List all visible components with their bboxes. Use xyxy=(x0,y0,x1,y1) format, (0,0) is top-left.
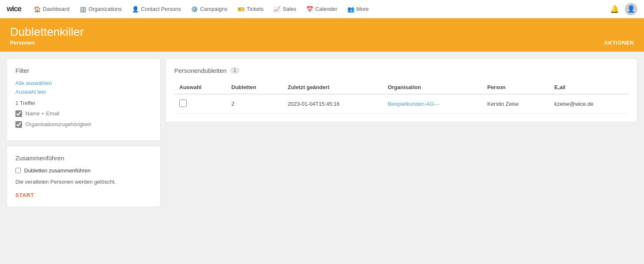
row-select-checkbox[interactable] xyxy=(179,100,187,107)
col-organisation: Organisation xyxy=(383,81,482,94)
dashboard-icon: 🏠 xyxy=(34,6,41,12)
name-email-checkbox[interactable] xyxy=(15,110,22,117)
org-membership-checkbox[interactable] xyxy=(15,121,22,128)
table-body: 2 2023-01-04T15:45:16 Beispielkunden-AG-… xyxy=(174,94,629,114)
filter-org-membership[interactable]: Organisationszugehörigkeit xyxy=(15,121,152,128)
organizations-icon: 🏢 xyxy=(79,6,87,12)
content-area: Personendubletten 1 Auswahl Dubletten Zu… xyxy=(166,58,637,122)
col-dubletten: Dubletten xyxy=(226,81,282,94)
filter-title: Filter xyxy=(15,67,152,74)
merge-info-text: Die veralteten Personen werden gelöscht. xyxy=(15,179,152,185)
section-header: Personendubletten 1 xyxy=(174,67,629,74)
nav-contact-persons-label: Contact Persons xyxy=(141,6,181,12)
nav-more[interactable]: 👥 More xyxy=(343,4,373,14)
col-email: E,ail xyxy=(549,81,629,94)
nav-calender[interactable]: 📅 Calender xyxy=(302,4,342,14)
calender-icon: 📅 xyxy=(306,6,313,12)
main-layout: Filter Alle auswählen Auswahl leer 1 Tre… xyxy=(0,52,644,214)
contact-persons-icon: 👤 xyxy=(132,6,139,12)
row-zuletzt-geaendert: 2023-01-04T15:45:16 xyxy=(282,94,383,114)
nav-calender-label: Calender xyxy=(315,6,337,12)
app-logo: wice xyxy=(7,5,21,13)
col-auswahl: Auswahl xyxy=(174,81,226,94)
select-all-link[interactable]: Alle auswählen xyxy=(15,80,152,86)
col-person: Person xyxy=(482,81,549,94)
merge-card: Zusammenführen Dubletten zusammenführen … xyxy=(7,146,161,207)
nav-sales-label: Sales xyxy=(282,6,296,12)
nav-more-label: More xyxy=(357,6,369,12)
more-icon: 👥 xyxy=(347,6,354,12)
notifications-bell[interactable]: 🔔 xyxy=(606,3,623,15)
nav-campaigns-label: Campaigns xyxy=(200,6,228,12)
sidebar: Filter Alle auswählen Auswahl leer 1 Tre… xyxy=(7,58,161,207)
user-avatar[interactable]: 👤 xyxy=(625,3,637,15)
org-membership-label: Organisationszugehörigkeit xyxy=(25,121,91,127)
table-row: 2 2023-01-04T15:45:16 Beispielkunden-AG-… xyxy=(174,94,629,114)
name-email-label: Name + Email xyxy=(25,110,59,117)
table-header: Auswahl Dubletten Zuletzt geändert Organ… xyxy=(174,81,629,94)
campaigns-icon: ⚙️ xyxy=(191,6,198,12)
filter-name-email[interactable]: Name + Email xyxy=(15,110,152,117)
nav-organizations-label: Organizations xyxy=(89,6,122,12)
clear-selection-link[interactable]: Auswahl leer xyxy=(15,89,152,95)
start-button[interactable]: START xyxy=(15,192,34,198)
results-badge: 1 xyxy=(230,67,240,74)
page-subtitle: Personen xyxy=(10,40,84,46)
nav-organizations[interactable]: 🏢 Organizations xyxy=(75,4,126,14)
merge-title: Zusammenführen xyxy=(15,154,152,162)
nav-tickets-label: Tickets xyxy=(247,6,264,12)
results-count: 1 Treffer xyxy=(15,100,152,106)
nav-dashboard-label: Dashboard xyxy=(43,6,69,12)
page-header: Dublettenkiller Personen AKTIONEN xyxy=(0,18,644,52)
row-auswahl[interactable] xyxy=(174,94,226,114)
merge-checkbox-label: Dubletten zusammenführen xyxy=(24,167,91,174)
organisation-link[interactable]: Beispielkunden-AG--- xyxy=(388,101,439,107)
merge-checkbox[interactable] xyxy=(15,168,21,173)
row-email: kzeise@wice.de xyxy=(549,94,629,114)
nav-contact-persons[interactable]: 👤 Contact Persons xyxy=(128,4,185,14)
filter-card: Filter Alle auswählen Auswahl leer 1 Tre… xyxy=(7,58,161,141)
nav-sales[interactable]: 📈 Sales xyxy=(269,4,300,14)
page-title: Dublettenkiller xyxy=(10,26,84,39)
page-header-text: Dublettenkiller Personen xyxy=(10,26,84,46)
duplicates-table: Auswahl Dubletten Zuletzt geändert Organ… xyxy=(174,81,629,114)
top-navigation: wice 🏠 Dashboard 🏢 Organizations 👤 Conta… xyxy=(0,0,644,18)
row-dubletten: 2 xyxy=(226,94,282,114)
merge-checkbox-row[interactable]: Dubletten zusammenführen xyxy=(15,167,152,174)
section-title: Personendubletten xyxy=(174,67,227,74)
nav-dashboard[interactable]: 🏠 Dashboard xyxy=(30,4,74,14)
col-zuletzt: Zuletzt geändert xyxy=(282,81,383,94)
nav-campaigns[interactable]: ⚙️ Campaigns xyxy=(187,4,232,14)
nav-tickets[interactable]: 🎫 Tickets xyxy=(233,4,268,14)
row-organisation[interactable]: Beispielkunden-AG--- xyxy=(383,94,482,114)
sales-icon: 📈 xyxy=(273,6,280,12)
row-person: Kerstin Zeise xyxy=(482,94,549,114)
actions-button[interactable]: AKTIONEN xyxy=(604,40,634,46)
tickets-icon: 🎫 xyxy=(238,6,245,12)
